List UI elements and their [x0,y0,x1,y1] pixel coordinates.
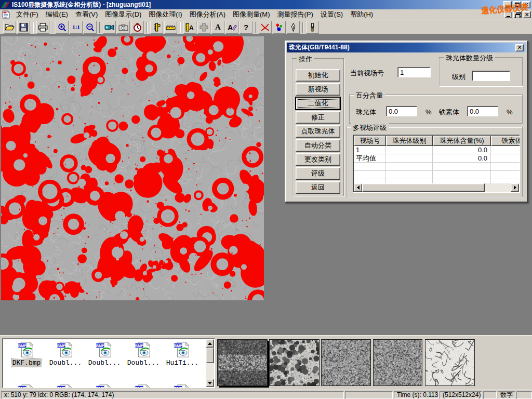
open-file-icon [5,23,15,32]
operate-group: 操作 初始化新视场二值化修正点取珠光体自动分类更改类别评级返回 [292,58,344,196]
file-item[interactable]: BMP [47,383,84,388]
application-window: IS100显微摄像系统(金相分析版) - [zhuguangti01] ✕ 文件… [0,0,532,399]
scrollbar-thumb[interactable] [206,348,214,363]
window-title: IS100显微摄像系统(金相分析版) - [zhuguangti01] [12,1,151,9]
grid-button[interactable] [197,21,210,34]
file-name: Doubl... [126,359,161,367]
sample-thumbnail-2[interactable] [269,339,320,386]
camera-capture-button[interactable] [117,21,130,34]
menu-item-2[interactable]: 编辑(E) [42,9,72,20]
menu-item-7[interactable]: 图像测量(M) [229,9,274,20]
bmp-file-icon: BMP [57,341,74,358]
save-button[interactable] [17,21,30,34]
print-button[interactable] [36,21,49,34]
table-cell [433,171,491,179]
mdi-restore-icon[interactable] [513,11,522,18]
scrollbar-thumb[interactable] [362,183,485,192]
curve-tool-button[interactable] [259,21,272,34]
annotate-button[interactable]: A [225,21,238,34]
menu-item-10[interactable]: 帮助(H) [347,9,377,20]
op-button-5[interactable]: 点取珠光体 [296,125,340,138]
file-name: Doubl... [87,359,122,367]
mdi-minimize-icon[interactable] [504,11,512,18]
open-file-button[interactable] [3,21,16,34]
zoom-in-button[interactable] [56,21,69,34]
help-icon: ? [244,23,248,32]
actual-size-button[interactable]: 1:1 [70,21,83,34]
menu-item-1[interactable]: 文件(F) [12,9,42,20]
file-item[interactable]: BMPHuiTi... [164,341,201,367]
sample-thumbnail-1[interactable] [217,339,268,386]
file-item[interactable]: BMPDoubl... [125,341,162,367]
current-field-label: 当前视场号 [350,69,384,78]
pen-tool-button[interactable] [287,21,300,34]
file-item[interactable]: BMP [164,383,201,388]
menu-item-8[interactable]: 测量报告(P) [273,9,316,20]
sample-thumbnail-3[interactable] [321,339,371,386]
file-name: HuiTi... [165,359,200,367]
menu-item-3[interactable]: 查看(V) [72,9,101,20]
op-button-4[interactable]: 修正 [296,111,340,124]
timer-icon [132,23,142,32]
op-button-9[interactable]: 返回 [296,181,340,194]
scroll-right-icon[interactable] [511,183,519,192]
video-capture-button[interactable] [103,21,116,34]
op-button-1[interactable]: 初始化 [296,69,340,82]
current-field-input[interactable] [397,67,431,77]
particle-analysis-button[interactable] [273,21,286,34]
table-header-4[interactable]: 铁素体 [491,136,520,146]
zoom-out-button[interactable] [84,21,97,34]
pen-tool-icon [288,23,298,32]
file-item[interactable]: BMP [8,383,45,388]
op-button-8[interactable]: 评级 [296,167,340,180]
file-list-scrollbar[interactable] [206,339,214,387]
text-button[interactable]: A [211,21,224,34]
maximize-icon[interactable] [513,1,521,8]
minimize-icon[interactable] [503,1,512,8]
ferrite-percent-input[interactable] [467,106,498,116]
table-header-2[interactable]: 珠光体级别 [386,136,433,146]
op-button-6[interactable]: 自动分类 [296,139,340,152]
measure-label-button[interactable]: A [183,21,196,34]
file-item[interactable]: BMPDKF.bmp [8,341,45,367]
op-button-2[interactable]: 新视场 [296,83,340,96]
op-button-3[interactable]: 二值化 [296,97,340,110]
sample-thumbnail-5[interactable] [425,339,475,386]
grade-field-label: 级别 [452,72,466,82]
file-item[interactable]: BMPDoubl... [47,341,84,367]
sample-thumbnail-4[interactable] [373,339,422,386]
ruler-button[interactable] [164,21,177,34]
dialog-title-bar[interactable]: 珠光体(GB/T9441-88) ✕ [287,43,526,52]
file-item[interactable]: BMPDoubl... [86,341,123,367]
table-header-1[interactable]: 视场号 [354,136,386,146]
scroll-down-icon[interactable] [206,379,214,387]
grade-input[interactable] [472,71,510,81]
dialog-close-icon[interactable]: ✕ [515,44,524,51]
timer-button[interactable] [131,21,144,34]
menu-item-9[interactable]: 设置(S) [317,9,347,20]
brush-tool-button[interactable] [306,21,319,34]
menu-item-6[interactable]: 图像分析(A) [186,9,229,20]
file-item[interactable]: BMP [125,383,162,388]
table-horizontal-scrollbar[interactable] [354,183,519,192]
table-header-3[interactable]: 珠光体含量(%) [433,136,491,146]
mdi-close-icon[interactable]: ✕ [523,11,531,18]
svg-text:A: A [189,24,194,31]
caliper-button[interactable] [150,21,163,34]
pearlite-percent-input[interactable] [386,106,417,116]
scroll-up-icon[interactable] [206,339,214,348]
svg-text:BMP: BMP [174,344,182,348]
file-item[interactable]: BMP [86,383,123,388]
close-icon[interactable]: ✕ [522,1,530,8]
pearlite-rating-dialog: 珠光体(GB/T9441-88) ✕ 操作 初始化新视场二值化修正点取珠光体自动… [285,41,528,203]
help-button[interactable]: ? [240,21,252,34]
table-cell [386,146,433,154]
menu-item-5[interactable]: 图像处理(I) [145,9,185,20]
scroll-left-icon[interactable] [354,183,362,192]
grade-group: 珠光体数量分级 级别 [439,57,523,86]
bmp-file-icon: BMP [57,383,74,388]
measure-label-icon: A [185,23,195,32]
menu-item-4[interactable]: 图像显示(D) [101,9,145,20]
op-button-7[interactable]: 更改类别 [296,153,340,166]
metallographic-image-binarized[interactable] [1,36,264,300]
